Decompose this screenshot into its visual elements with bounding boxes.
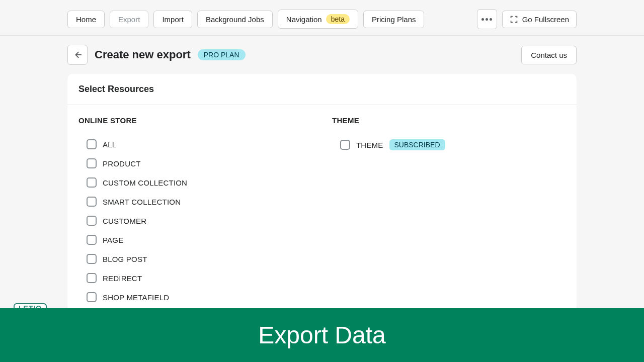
more-options-button[interactable]: [477, 9, 497, 29]
nav-pricing-plans-button[interactable]: Pricing Plans: [363, 11, 425, 28]
checkbox-label-shop-metafield: SHOP METAFIELD: [103, 293, 169, 302]
checkbox-row-custom-collection[interactable]: CUSTOM COLLECTION: [78, 173, 312, 192]
checkbox-label-redirect: REDIRECT: [103, 274, 142, 283]
more-icon: [481, 18, 492, 21]
checkbox-row-product[interactable]: PRODUCT: [78, 154, 312, 173]
checkbox-row-theme[interactable]: THEME SUBSCRIBED: [332, 135, 566, 155]
checkbox-page[interactable]: [87, 235, 97, 245]
checkbox-all[interactable]: [87, 139, 97, 149]
go-fullscreen-label: Go Fullscreen: [522, 15, 569, 24]
checkbox-row-blog-post[interactable]: BLOG POST: [78, 249, 312, 268]
banner-text: Export Data: [258, 321, 385, 349]
checkbox-label-all: ALL: [103, 140, 116, 149]
page-title: Create new export: [95, 48, 191, 61]
online-store-heading: ONLINE STORE: [78, 116, 312, 125]
checkbox-customer[interactable]: [87, 216, 97, 226]
theme-column: THEME THEME SUBSCRIBED: [332, 116, 566, 307]
checkbox-redirect[interactable]: [87, 273, 97, 283]
plan-badge: PRO PLAN: [198, 49, 246, 60]
checkbox-label-theme: THEME: [356, 141, 383, 149]
subscribed-badge: SUBSCRIBED: [389, 139, 445, 150]
nav-home-button[interactable]: Home: [67, 11, 105, 28]
online-store-column: ONLINE STORE ALL PRODUCT CUSTOM COLLECTI…: [78, 116, 312, 307]
checkbox-label-smart-collection: SMART COLLECTION: [103, 198, 181, 206]
go-fullscreen-button[interactable]: Go Fullscreen: [502, 11, 577, 28]
nav-import-button[interactable]: Import: [153, 11, 192, 28]
fullscreen-icon: [510, 15, 518, 24]
resources-card: Select Resources ONLINE STORE ALL PRODUC…: [67, 74, 577, 327]
beta-badge: beta: [326, 14, 350, 24]
theme-heading: THEME: [332, 116, 566, 125]
checkbox-custom-collection[interactable]: [87, 177, 97, 188]
contact-us-button[interactable]: Contact us: [521, 46, 577, 64]
checkbox-label-custom-collection: CUSTOM COLLECTION: [103, 178, 187, 187]
arrow-left-icon: [73, 50, 82, 59]
bottom-banner: Export Data: [0, 308, 644, 362]
checkbox-theme[interactable]: [340, 140, 350, 150]
top-navigation: Home Export Import Background Jobs Navig…: [0, 0, 644, 36]
checkbox-shop-metafield[interactable]: [87, 292, 97, 302]
nav-export-button[interactable]: Export: [110, 11, 148, 28]
page-header: Create new export PRO PLAN Contact us: [0, 36, 644, 74]
checkbox-row-smart-collection[interactable]: SMART COLLECTION: [78, 192, 312, 211]
checkbox-label-customer: CUSTOMER: [103, 217, 146, 225]
checkbox-label-page: PAGE: [103, 236, 123, 244]
checkbox-label-blog-post: BLOG POST: [103, 255, 147, 263]
nav-navigation-button[interactable]: Navigation beta: [278, 10, 358, 29]
nav-background-jobs-button[interactable]: Background Jobs: [197, 11, 273, 28]
checkbox-product[interactable]: [87, 158, 97, 168]
card-header: Select Resources: [67, 74, 577, 105]
card-body: ONLINE STORE ALL PRODUCT CUSTOM COLLECTI…: [67, 105, 577, 327]
card-title: Select Resources: [78, 84, 566, 95]
back-button[interactable]: [67, 45, 88, 65]
checkbox-row-shop-metafield[interactable]: SHOP METAFIELD: [78, 288, 312, 307]
checkbox-row-page[interactable]: PAGE: [78, 230, 312, 249]
checkbox-row-redirect[interactable]: REDIRECT: [78, 268, 312, 288]
nav-navigation-label: Navigation: [286, 15, 322, 24]
checkbox-row-all[interactable]: ALL: [78, 135, 312, 154]
checkbox-smart-collection[interactable]: [87, 197, 97, 207]
checkbox-label-product: PRODUCT: [103, 159, 141, 168]
checkbox-blog-post[interactable]: [87, 254, 97, 264]
checkbox-row-customer[interactable]: CUSTOMER: [78, 211, 312, 230]
